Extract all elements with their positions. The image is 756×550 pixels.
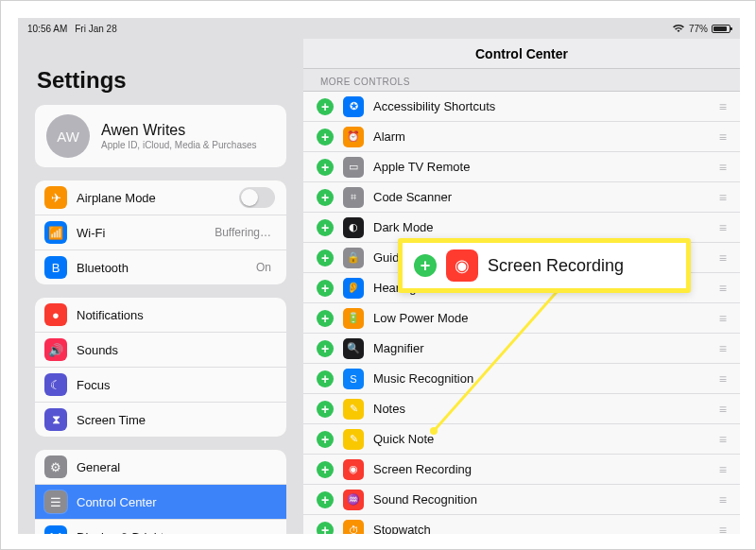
control-row-accessibility-shortcuts[interactable]: +✪Accessibility Shortcuts≡ [303, 92, 740, 122]
sidebar-item-label: Wi-Fi [77, 226, 215, 240]
add-control-button[interactable]: + [317, 522, 334, 535]
drag-handle-icon[interactable]: ≡ [719, 160, 725, 175]
sidebar-item-label: Sounds [77, 343, 275, 357]
add-control-button[interactable]: + [317, 159, 334, 176]
add-control-button[interactable]: + [317, 189, 334, 206]
control-row-alarm[interactable]: +⏰Alarm≡ [303, 122, 740, 152]
control-label: Magnifier [373, 341, 423, 355]
sidebar-item-label: Airplane Mode [77, 191, 239, 205]
sound-recognition-icon: ♒ [343, 490, 364, 510]
drag-handle-icon[interactable]: ≡ [719, 462, 725, 477]
code-scanner-icon: ⌗ [343, 187, 364, 208]
notes-icon: ✎ [343, 399, 364, 420]
sidebar-group-general: ⚙General☰Control CenterAADisplay & Brigh… [35, 450, 286, 534]
drag-handle-icon[interactable]: ≡ [719, 523, 725, 535]
add-control-button[interactable]: + [317, 401, 334, 418]
sidebar-item-label: Display & Brightness [77, 530, 275, 535]
callout-screen-recording: + ◉ Screen Recording [398, 238, 691, 293]
control-row-code-scanner[interactable]: +⌗Code Scanner≡ [303, 182, 740, 213]
avatar: AW [46, 114, 90, 158]
drag-handle-icon[interactable]: ≡ [719, 492, 725, 507]
battery-percent: 77% [689, 24, 708, 34]
drag-handle-icon[interactable]: ≡ [719, 190, 725, 205]
add-control-button[interactable]: + [317, 129, 334, 146]
bluetooth-icon: B [44, 256, 67, 279]
control-row-music-recognition[interactable]: +SMusic Recognition≡ [303, 364, 740, 394]
status-date: Fri Jan 28 [75, 24, 116, 34]
apple-tv-remote-icon: ▭ [343, 157, 364, 178]
apple-id-row[interactable]: AW Awen Writes Apple ID, iCloud, Media &… [35, 105, 286, 167]
sidebar-group-notifications: ●Notifications🔊Sounds☾Focus⧗Screen Time [35, 298, 286, 437]
airplane-mode-toggle[interactable] [239, 187, 275, 208]
wifi-icon [672, 24, 685, 33]
control-label: Low Power Mode [373, 311, 468, 325]
add-control-button[interactable]: + [317, 431, 334, 448]
control-label: Stopwatch [373, 523, 431, 534]
drag-handle-icon[interactable]: ≡ [719, 220, 725, 235]
battery-icon [712, 25, 730, 33]
sidebar-item-airplane-mode[interactable]: ✈Airplane Mode [35, 180, 286, 215]
add-control-button[interactable]: + [317, 219, 334, 236]
drag-handle-icon[interactable]: ≡ [719, 432, 725, 447]
control-row-quick-note[interactable]: +✎Quick Note≡ [303, 424, 740, 455]
sidebar-item-display-brightness[interactable]: AADisplay & Brightness [35, 519, 286, 534]
add-control-button[interactable]: + [317, 491, 334, 508]
control-label: Accessibility Shortcuts [373, 99, 495, 113]
focus-icon: ☾ [44, 373, 67, 396]
control-row-sound-recognition[interactable]: +♒Sound Recognition≡ [303, 485, 740, 515]
section-header-more-controls: MORE CONTROLS [303, 69, 740, 92]
quick-note-icon: ✎ [343, 429, 364, 450]
wi-fi-icon: 📶 [44, 221, 67, 244]
drag-handle-icon[interactable]: ≡ [719, 99, 725, 114]
apple-id-name: Awen Writes [101, 122, 257, 139]
sidebar-item-general[interactable]: ⚙General [35, 450, 286, 484]
control-label: Screen Recording [373, 462, 472, 476]
drag-handle-icon[interactable]: ≡ [719, 129, 725, 145]
notifications-icon: ● [44, 303, 67, 326]
drag-handle-icon[interactable]: ≡ [719, 250, 725, 266]
sidebar-item-notifications[interactable]: ●Notifications [35, 298, 286, 332]
sidebar-item-sounds[interactable]: 🔊Sounds [35, 332, 286, 367]
control-label: Notes [373, 402, 405, 416]
control-row-stopwatch[interactable]: +⏱Stopwatch≡ [303, 515, 740, 534]
add-icon: + [414, 254, 437, 277]
control-label: Dark Mode [373, 220, 434, 234]
add-control-button[interactable]: + [317, 310, 334, 327]
add-control-button[interactable]: + [317, 249, 334, 266]
drag-handle-icon[interactable]: ≡ [719, 281, 725, 296]
sidebar-item-control-center[interactable]: ☰Control Center [35, 484, 286, 519]
sidebar-item-focus[interactable]: ☾Focus [35, 367, 286, 402]
sidebar-item-screen-time[interactable]: ⧗Screen Time [35, 402, 286, 437]
accessibility-shortcuts-icon: ✪ [343, 96, 364, 117]
drag-handle-icon[interactable]: ≡ [719, 341, 725, 356]
control-row-low-power-mode[interactable]: +🔋Low Power Mode≡ [303, 303, 740, 334]
control-row-notes[interactable]: +✎Notes≡ [303, 394, 740, 424]
display-brightness-icon: AA [44, 525, 67, 534]
add-control-button[interactable]: + [317, 340, 334, 357]
sidebar-item-bluetooth[interactable]: BBluetoothOn [35, 249, 286, 284]
sounds-icon: 🔊 [44, 338, 67, 361]
guided-access-icon: 🔒 [343, 248, 364, 268]
stopwatch-icon: ⏱ [343, 520, 364, 535]
add-control-button[interactable]: + [317, 370, 334, 387]
status-bar: 10:56 AM Fri Jan 28 77% [18, 18, 740, 39]
sidebar-group-connectivity: ✈Airplane Mode📶Wi-FiBuffering…BBluetooth… [35, 180, 286, 284]
music-recognition-icon: S [343, 369, 364, 389]
control-row-apple-tv-remote[interactable]: +▭Apple TV Remote≡ [303, 152, 740, 182]
control-row-magnifier[interactable]: +🔍Magnifier≡ [303, 334, 740, 364]
sidebar-item-wi-fi[interactable]: 📶Wi-FiBuffering… [35, 215, 286, 249]
add-control-button[interactable]: + [317, 98, 334, 115]
control-row-screen-recording[interactable]: +◉Screen Recording≡ [303, 455, 740, 485]
drag-handle-icon[interactable]: ≡ [719, 311, 725, 326]
dark-mode-icon: ◐ [343, 217, 364, 238]
drag-handle-icon[interactable]: ≡ [719, 402, 725, 417]
hearing-icon: 👂 [343, 278, 364, 299]
control-label: Alarm [373, 129, 405, 144]
more-controls-list: +✪Accessibility Shortcuts≡+⏰Alarm≡+▭Appl… [303, 92, 740, 534]
sidebar-item-label: Notifications [77, 308, 275, 322]
add-control-button[interactable]: + [317, 280, 334, 297]
add-control-button[interactable]: + [317, 461, 334, 478]
screen-recording-icon: ◉ [343, 459, 364, 480]
drag-handle-icon[interactable]: ≡ [719, 371, 725, 387]
control-label: Quick Note [373, 432, 434, 446]
